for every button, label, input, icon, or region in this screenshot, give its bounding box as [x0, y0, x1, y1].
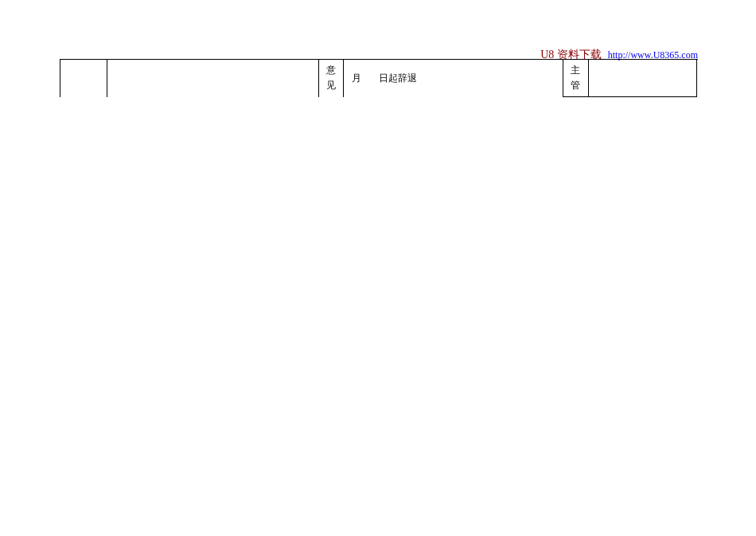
cell-opinion-label: 意 见 — [319, 60, 343, 97]
form-table: 意 见 月 日起辞退 主 管 — [60, 59, 697, 97]
cell-blank-2 — [107, 60, 319, 97]
cell-supervisor-signature — [589, 60, 697, 97]
form-table-container: 意 见 月 日起辞退 主 管 — [60, 59, 697, 97]
month-label: 月 — [352, 72, 361, 85]
supervisor-char-1: 主 — [571, 63, 580, 78]
table-row: 意 见 月 日起辞退 主 管 — [60, 60, 697, 97]
cell-blank-1 — [60, 60, 107, 97]
cell-supervisor-label: 主 管 — [563, 60, 588, 97]
supervisor-char-2: 管 — [571, 78, 580, 93]
dismissal-label: 日起辞退 — [379, 72, 417, 85]
opinion-char-1: 意 — [326, 63, 336, 78]
cell-date-dismissal: 月 日起辞退 — [343, 60, 563, 97]
opinion-char-2: 见 — [326, 78, 336, 93]
